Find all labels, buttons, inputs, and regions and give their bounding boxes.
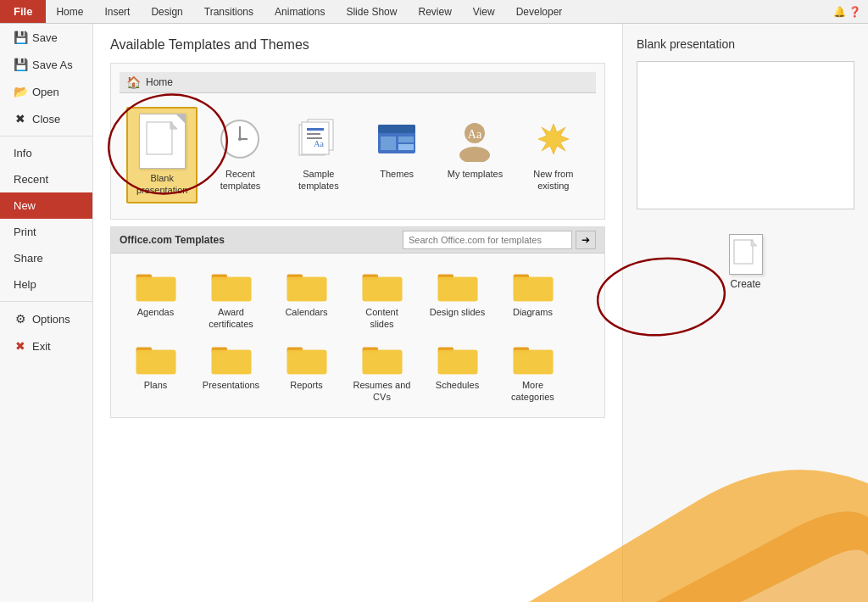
- tab-transitions[interactable]: Transitions: [194, 0, 264, 23]
- file-tab[interactable]: File: [0, 0, 46, 23]
- sidebar-item-save[interactable]: 💾 Save: [0, 24, 92, 51]
- folder-reports[interactable]: Reports: [270, 337, 342, 407]
- sidebar-divider-1: [0, 136, 92, 137]
- template-recent[interactable]: Recenttemplates: [204, 107, 275, 199]
- sidebar-item-help[interactable]: Help: [0, 271, 92, 298]
- svg-marker-22: [538, 124, 569, 154]
- sample-svg: Aa: [296, 116, 342, 162]
- folder-design-icon: [437, 267, 479, 303]
- sidebar-item-recent[interactable]: Recent: [0, 166, 92, 192]
- search-button[interactable]: ➔: [576, 231, 596, 249]
- save-icon: 💾: [14, 31, 27, 44]
- sidebar-saveas-label: Save As: [32, 59, 73, 71]
- folder-agendas-icon: [135, 267, 177, 303]
- newexisting-label: New fromexisting: [533, 168, 573, 192]
- template-newexisting[interactable]: New fromexisting: [518, 107, 589, 199]
- sidebar-item-exit[interactable]: ✖ Exit: [0, 332, 92, 360]
- newexisting-icon: [530, 114, 576, 164]
- page-title: Available Templates and Themes: [110, 37, 605, 53]
- themes-svg: [374, 116, 420, 162]
- folder-content-icon: [361, 267, 403, 303]
- tab-developer[interactable]: Developer: [506, 0, 574, 23]
- sidebar-options-label: Options: [32, 313, 70, 326]
- template-mytemplates[interactable]: Aa My templates: [439, 107, 510, 187]
- sidebar-recent-label: Recent: [14, 173, 48, 186]
- template-sample[interactable]: Aa Sampletemplates: [283, 107, 354, 199]
- search-input[interactable]: [403, 231, 572, 249]
- home-label: Home: [146, 76, 173, 88]
- tab-home[interactable]: Home: [46, 0, 94, 23]
- svg-rect-46: [211, 350, 251, 374]
- home-icon: 🏠: [126, 75, 141, 89]
- folder-diagrams[interactable]: Diagrams: [497, 264, 569, 334]
- tab-slideshow[interactable]: Slide Show: [336, 0, 408, 23]
- newexisting-svg: [531, 116, 576, 162]
- sidebar-item-close[interactable]: ✖ Close: [0, 105, 92, 132]
- svg-rect-10: [307, 128, 324, 131]
- svg-text:Aa: Aa: [314, 139, 324, 148]
- mytemplates-label: My templates: [448, 168, 503, 180]
- folder-agendas[interactable]: Agendas: [120, 264, 192, 334]
- sidebar-item-info[interactable]: Info: [0, 140, 92, 166]
- svg-marker-2: [170, 122, 177, 129]
- sidebar-item-new[interactable]: New: [0, 192, 92, 219]
- sidebar-item-saveas[interactable]: 💾 Save As: [0, 51, 92, 78]
- folder-presentations-label: Presentations: [203, 379, 259, 391]
- svg-marker-60: [751, 240, 757, 246]
- options-icon: ⚙: [14, 312, 27, 326]
- folder-schedules-icon: [437, 340, 479, 376]
- folder-award[interactable]: Awardcertificates: [195, 264, 267, 334]
- folder-schedules[interactable]: Schedules: [421, 337, 493, 407]
- sidebar-item-open[interactable]: 📂 Open: [0, 78, 92, 105]
- create-btn-label: Create: [730, 278, 760, 290]
- folder-content[interactable]: Contentslides: [346, 264, 418, 334]
- tab-review[interactable]: Review: [408, 0, 462, 23]
- folder-presentations[interactable]: Presentations: [195, 337, 267, 407]
- tab-view[interactable]: View: [463, 0, 506, 23]
- template-area: 🏠 Home Blankpresentation: [110, 63, 605, 220]
- tab-design[interactable]: Design: [141, 0, 193, 23]
- folder-agendas-label: Agendas: [137, 306, 174, 318]
- sidebar-new-label: New: [14, 199, 36, 212]
- folder-design[interactable]: Design slides: [421, 264, 493, 334]
- svg-rect-59: [734, 240, 753, 264]
- open-icon: 📂: [14, 85, 27, 98]
- folder-calendars-icon: [286, 267, 328, 303]
- window-controls: 🔔 ❓: [833, 6, 861, 18]
- mytemplates-svg: Aa: [452, 116, 498, 162]
- ribbon: File Home Insert Design Transitions Anim…: [0, 0, 868, 24]
- folder-grid: Agendas Awardcertificates: [111, 254, 604, 417]
- sidebar-item-options[interactable]: ⚙ Options: [0, 305, 92, 332]
- sidebar-item-share[interactable]: Share: [0, 245, 92, 271]
- svg-rect-25: [136, 276, 175, 300]
- sidebar-close-label: Close: [32, 113, 60, 125]
- tab-insert[interactable]: Insert: [94, 0, 141, 23]
- folder-more[interactable]: Morecategories: [497, 337, 569, 407]
- create-button[interactable]: Create: [715, 226, 777, 298]
- saveas-icon: 💾: [14, 58, 27, 71]
- themes-label: Themes: [380, 168, 414, 180]
- office-header-label: Office.com Templates: [120, 234, 225, 246]
- sidebar-print-label: Print: [14, 226, 36, 238]
- app-body: 💾 Save 💾 Save As 📂 Open ✖ Close Info Rec…: [0, 24, 868, 602]
- template-themes[interactable]: Themes: [361, 107, 432, 187]
- sidebar-divider-2: [0, 301, 92, 302]
- svg-rect-15: [378, 125, 415, 133]
- sidebar-help-label: Help: [14, 278, 36, 291]
- tab-animations[interactable]: Animations: [264, 0, 336, 23]
- folder-plans[interactable]: Plans: [120, 337, 192, 407]
- template-blank-presentation[interactable]: Blankpresentation: [126, 107, 198, 203]
- sidebar-item-print[interactable]: Print: [0, 219, 92, 245]
- themes-icon: [374, 114, 420, 164]
- folder-diagrams-icon: [512, 267, 554, 303]
- create-doc-svg: [733, 239, 759, 270]
- folder-schedules-label: Schedules: [436, 379, 479, 391]
- sidebar: 💾 Save 💾 Save As 📂 Open ✖ Close Info Rec…: [0, 24, 93, 602]
- office-section: Office.com Templates ➔ Agendas: [110, 226, 605, 418]
- svg-rect-28: [211, 276, 251, 300]
- sidebar-open-label: Open: [32, 86, 59, 98]
- folder-calendars[interactable]: Calendars: [270, 264, 342, 334]
- mytemplates-icon: Aa: [452, 114, 498, 164]
- svg-rect-31: [287, 276, 326, 300]
- folder-resumes[interactable]: Resumes andCVs: [346, 337, 418, 407]
